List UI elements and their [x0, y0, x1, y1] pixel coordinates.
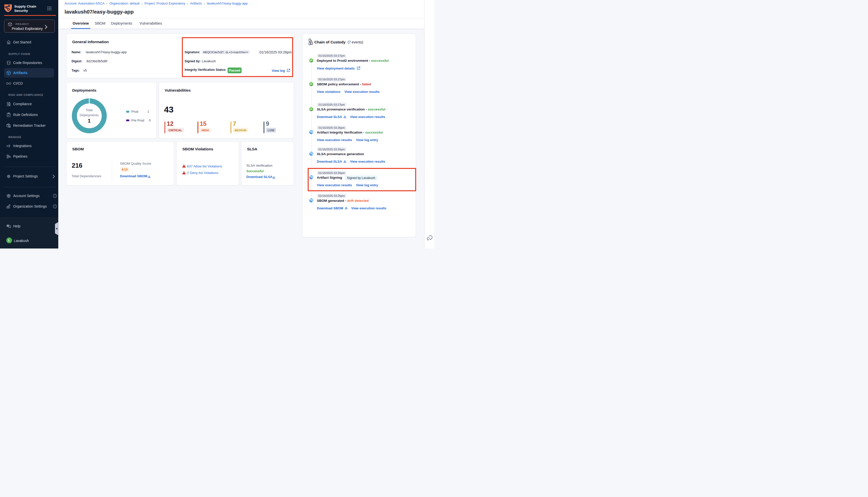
- svg-text:?: ?: [8, 224, 9, 227]
